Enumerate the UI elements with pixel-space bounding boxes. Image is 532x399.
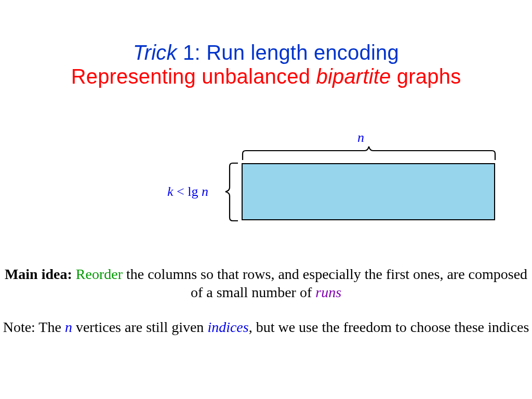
main-idea-label: Main idea:: [5, 266, 72, 282]
k-n-var: n: [202, 184, 208, 199]
matrix-diagram: n k < lg n: [83, 130, 447, 249]
title-line2-italic: bipartite: [316, 65, 391, 88]
k-lt-lg: < lg: [174, 184, 198, 199]
main-idea-text: Main idea: Reorder the columns so that r…: [0, 265, 532, 301]
note-mid: vertices are still given: [72, 319, 207, 335]
top-brace-icon: [242, 144, 496, 161]
reorder-word: Reorder: [72, 266, 123, 282]
note-post: , but we use the freedom to choose these…: [249, 319, 529, 335]
matrix-rectangle: [242, 163, 495, 220]
slide-title: Trick 1: Run length encoding Representin…: [0, 0, 532, 88]
k-var: k: [167, 184, 174, 199]
k-dimension-label: k < lg n: [167, 184, 208, 200]
note-text: Note: The n vertices are still given ind…: [0, 318, 532, 336]
runs-word: runs: [315, 284, 341, 300]
note-indices: indices: [207, 319, 248, 335]
note-n: n: [65, 319, 72, 335]
left-brace-icon: [219, 162, 239, 222]
title-line-2: Representing unbalanced bipartite graphs: [0, 64, 532, 88]
title-line-1: Trick 1: Run length encoding: [0, 41, 532, 64]
title-line2-post: graphs: [391, 65, 461, 88]
n-dimension-label: n: [357, 130, 364, 145]
title-line2-pre: Representing unbalanced: [71, 65, 316, 88]
title-trick-rest: 1: Run length encoding: [177, 41, 399, 64]
note-pre: Note: The: [3, 319, 65, 335]
title-trick-word: Trick: [133, 41, 177, 64]
